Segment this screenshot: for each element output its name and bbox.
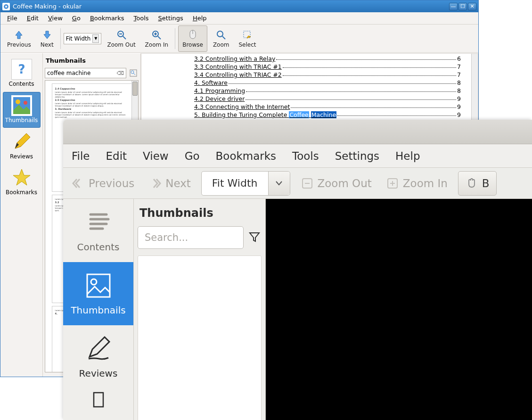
- toc-entry[interactable]: 3.2 Controlling with a Relay: [194, 55, 275, 62]
- mouse-icon: [187, 29, 198, 41]
- window-titlebar[interactable]: Coffee Making - okular — ☐ ✕: [0, 0, 478, 12]
- toc-entry[interactable]: 3.3 Controlling with TRIAC #1: [194, 63, 282, 70]
- hand-icon: [465, 177, 478, 190]
- sidebar-label: Thumbnails: [5, 117, 38, 124]
- previous-label: Previous: [7, 41, 31, 48]
- okular-window-new: File Edit View Go Bookmarks Tools Settin…: [63, 120, 532, 420]
- window-title: Coffee Making - okular: [13, 3, 448, 10]
- sidebar-tab-contents[interactable]: ? Contents: [3, 56, 41, 91]
- toolbar: Previous Next Fit Width Zoom Out Zoom In…: [63, 168, 532, 199]
- menu-go[interactable]: Go: [183, 148, 202, 164]
- toc-entry[interactable]: 3.4 Controlling with TRIAC #2: [194, 71, 282, 78]
- search-options-icon[interactable]: [128, 68, 139, 78]
- zoom-in-label: Zoom In: [145, 41, 169, 48]
- toc-entry[interactable]: 5. Building the Turing Complete Coffee M…: [194, 111, 336, 118]
- zoom-out-button[interactable]: Zoom Out: [297, 174, 376, 193]
- toolbar: Previous Next Fit Width ▼ Zoom Out Zoom …: [0, 25, 478, 53]
- scrollbar-thumb[interactable]: [132, 82, 138, 96]
- pen-icon: [84, 335, 113, 363]
- contents-icon: [84, 208, 113, 237]
- sidebar-tab-bookmarks[interactable]: [63, 388, 133, 417]
- previous-label: Previous: [89, 177, 134, 189]
- search-highlight: Coffee: [289, 111, 309, 118]
- sidebar-tab-reviews[interactable]: Reviews: [3, 129, 41, 164]
- thumbnails-list[interactable]: [138, 255, 262, 420]
- toolbar-separator: [60, 28, 61, 49]
- sidebar-label: Contents: [9, 81, 34, 87]
- menu-edit[interactable]: Edit: [104, 148, 129, 164]
- svg-point-31: [91, 279, 97, 285]
- menu-view[interactable]: View: [141, 148, 171, 164]
- maximize-button[interactable]: ☐: [458, 3, 467, 10]
- clear-icon[interactable]: ⌫: [116, 70, 124, 76]
- help-icon: ?: [11, 59, 32, 80]
- toolbar-separator: [175, 28, 175, 49]
- bookmark-icon: [84, 391, 113, 410]
- zoom-out-button[interactable]: Zoom Out: [103, 25, 139, 52]
- search-input[interactable]: Search...: [138, 226, 244, 249]
- next-label: Next: [165, 177, 191, 189]
- menu-help[interactable]: Help: [189, 13, 211, 23]
- dropdown-icon[interactable]: ▼: [92, 34, 99, 43]
- pencil-icon: [11, 132, 32, 152]
- menu-tools[interactable]: Tools: [290, 148, 321, 164]
- menu-settings[interactable]: Settings: [155, 13, 187, 23]
- close-button[interactable]: ✕: [468, 3, 476, 10]
- zoom-out-icon: [116, 29, 127, 41]
- menu-file[interactable]: File: [3, 13, 21, 23]
- sidebar-tab-reviews[interactable]: Reviews: [63, 325, 133, 388]
- arrow-up-icon: [13, 29, 25, 41]
- menu-bookmarks[interactable]: Bookmarks: [214, 148, 278, 164]
- document-view[interactable]: [266, 199, 532, 420]
- browse-button[interactable]: B: [458, 171, 497, 196]
- menu-go[interactable]: Go: [68, 13, 84, 23]
- menu-bookmarks[interactable]: Bookmarks: [86, 13, 128, 23]
- menu-file[interactable]: File: [70, 148, 92, 164]
- zoom-level-select[interactable]: Fit Width ▼: [64, 33, 102, 44]
- sidebar-tab-thumbnails[interactable]: Thumbnails: [3, 92, 41, 128]
- window-titlebar[interactable]: [63, 120, 532, 144]
- dropdown-icon[interactable]: [268, 172, 290, 195]
- next-button[interactable]: Next: [37, 25, 57, 52]
- sidebar-tabs: Contents Thumbnails Reviews: [63, 199, 134, 420]
- previous-button[interactable]: Previous: [3, 25, 35, 52]
- search-placeholder: Search...: [145, 232, 188, 243]
- minimize-button[interactable]: —: [449, 3, 458, 10]
- window-body: Contents Thumbnails Reviews Thumbnails S…: [63, 199, 532, 420]
- search-input[interactable]: coffee machine ⌫: [45, 68, 126, 78]
- sidebar-tabs: ? Contents Thumbnails Reviews Bookmarks: [0, 53, 43, 377]
- toc-entry[interactable]: 4.1 Programming: [194, 87, 245, 94]
- toc-entry[interactable]: 4.3 Connecting with the Internet: [194, 103, 290, 110]
- next-label: Next: [41, 41, 54, 48]
- sidebar-tab-thumbnails[interactable]: Thumbnails: [63, 262, 133, 325]
- zoom-in-button[interactable]: Zoom In: [382, 174, 451, 193]
- search-highlight: Machine: [311, 111, 336, 118]
- menu-help[interactable]: Help: [393, 148, 422, 164]
- sidebar-label: Thumbnails: [71, 305, 125, 316]
- toc-entry[interactable]: 4. Software: [194, 79, 228, 86]
- sidebar-tab-bookmarks[interactable]: Bookmarks: [3, 165, 41, 199]
- svg-point-11: [217, 31, 223, 37]
- svg-text:?: ?: [18, 62, 25, 76]
- magnifier-icon: [215, 29, 227, 41]
- zoom-level-select[interactable]: Fit Width: [201, 171, 290, 196]
- next-button[interactable]: Next: [145, 174, 195, 193]
- menu-settings[interactable]: Settings: [333, 148, 381, 164]
- zoom-out-label: Zoom Out: [318, 177, 372, 189]
- thumbnails-panel: Thumbnails Search...: [134, 199, 266, 420]
- menu-tools[interactable]: Tools: [130, 13, 153, 23]
- zoom-in-button[interactable]: Zoom In: [141, 25, 172, 52]
- browse-button[interactable]: Browse: [178, 25, 207, 52]
- select-button[interactable]: Select: [235, 25, 260, 52]
- minus-icon: [301, 177, 314, 190]
- menu-view[interactable]: View: [44, 13, 66, 23]
- previous-button[interactable]: Previous: [68, 174, 138, 193]
- toc-entry[interactable]: 4.2 Device driver: [194, 95, 245, 102]
- star-icon: [11, 167, 32, 188]
- image-icon: [84, 272, 113, 300]
- panel-header: Thumbnails: [45, 55, 139, 66]
- zoom-tool-button[interactable]: Zoom: [209, 25, 233, 52]
- menu-edit[interactable]: Edit: [23, 13, 42, 23]
- filter-icon[interactable]: [248, 231, 262, 244]
- sidebar-tab-contents[interactable]: Contents: [63, 199, 133, 262]
